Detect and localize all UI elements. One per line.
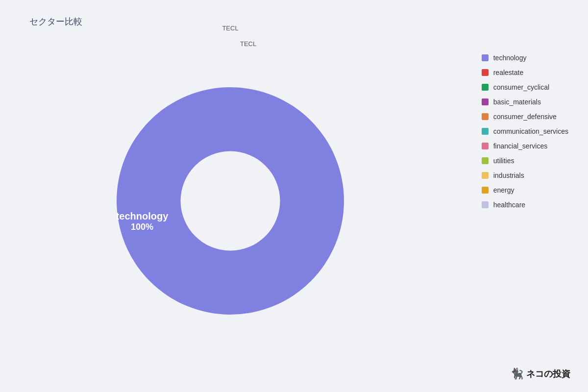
legend-label-text: consumer_defensive <box>493 113 557 121</box>
legend-color-box <box>482 113 489 120</box>
legend-color-box <box>482 98 489 105</box>
legend-color-box <box>482 172 489 179</box>
legend-label-text: technology <box>493 54 527 62</box>
legend-label-text: utilities <box>493 157 514 165</box>
legend-item: energy <box>482 186 568 194</box>
legend-item: technology <box>482 54 568 62</box>
donut-svg <box>88 59 372 343</box>
legend-label-text: consumer_cyclical <box>493 83 549 91</box>
legend-color-box <box>482 157 489 164</box>
legend-item: healthcare <box>482 201 568 209</box>
legend-label-text: communication_services <box>493 127 568 135</box>
legend-color-box <box>482 84 489 91</box>
legend-label-text: basic_materials <box>493 98 541 106</box>
brand-footer: 🐈‍⬛ ネコの投資 <box>510 368 570 380</box>
chart-legend: technologyrealestateconsumer_cyclicalbas… <box>482 54 568 209</box>
legend-label-text: healthcare <box>493 201 525 209</box>
chart-ticker-label: TECL <box>222 24 238 32</box>
legend-item: communication_services <box>482 127 568 135</box>
legend-label-text: financial_services <box>493 142 548 150</box>
legend-color-box <box>482 128 489 135</box>
svg-point-1 <box>181 151 280 251</box>
cat-icon: 🐈‍⬛ <box>510 368 523 380</box>
donut-chart <box>88 59 372 343</box>
legend-item: financial_services <box>482 142 568 150</box>
brand-name: ネコの投資 <box>526 368 570 380</box>
chart-area: TECL <box>29 29 431 372</box>
page-title: セクター比較 <box>29 16 82 27</box>
legend-color-box <box>482 143 489 149</box>
legend-item: realestate <box>482 69 568 76</box>
legend-item: utilities <box>482 157 568 165</box>
legend-color-box <box>482 201 489 208</box>
legend-label-text: realestate <box>493 69 523 76</box>
legend-item: industrials <box>482 172 568 179</box>
legend-color-box <box>482 187 489 194</box>
legend-color-box <box>482 54 489 61</box>
ticker-label-top: TECL <box>240 40 256 48</box>
legend-item: basic_materials <box>482 98 568 106</box>
legend-item: consumer_cyclical <box>482 83 568 91</box>
legend-label-text: industrials <box>493 172 524 179</box>
legend-color-box <box>482 69 489 76</box>
legend-label-text: energy <box>493 186 514 194</box>
legend-item: consumer_defensive <box>482 113 568 121</box>
